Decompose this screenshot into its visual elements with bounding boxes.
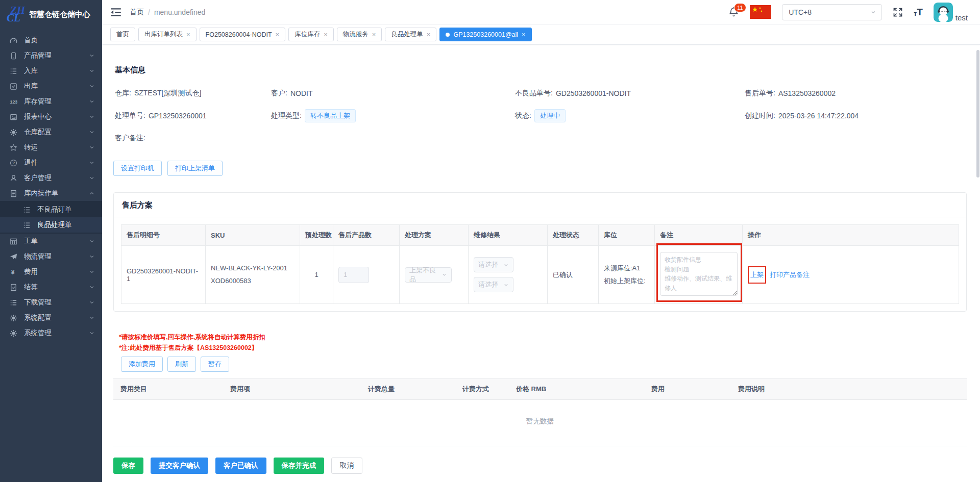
print-product-remark-link[interactable]: 打印产品备注 — [770, 270, 810, 280]
sidebar-item-good-product-orders[interactable]: 良品处理单 — [0, 217, 102, 233]
sidebar-item-download-mgmt[interactable]: 下载管理 — [0, 295, 102, 310]
customer-confirmed-button[interactable]: 客户已确认 — [215, 458, 266, 474]
app-layout: ZHCL 智慧仓链仓储中心 首页 产品管理 入库 出库 — [0, 0, 980, 482]
sidebar-item-report-center[interactable]: 报表中心 — [0, 109, 102, 124]
sidebar-item-inbound[interactable]: 入库 — [0, 63, 102, 79]
fee-empty-state: 暂无数据 — [113, 400, 967, 446]
refresh-button[interactable]: 刷新 — [167, 357, 196, 372]
cancel-button[interactable]: 取消 — [331, 458, 362, 474]
field-value: GP132503260001 — [149, 112, 207, 120]
sidebar-item-label: 库存管理 — [24, 97, 82, 106]
field-defect-no: 不良品单号: GD2503260001-NODIT — [515, 87, 745, 99]
save-and-complete-button[interactable]: 保存并完成 — [274, 458, 325, 474]
hold-button[interactable]: 暂存 — [201, 357, 229, 372]
chevron-down-icon — [89, 330, 95, 336]
sidebar-item-system-config[interactable]: 系统配置 — [0, 310, 102, 325]
sidebar-item-defective-orders[interactable]: 不良品订单 — [0, 202, 102, 217]
close-icon[interactable]: × — [186, 31, 190, 38]
chevron-down-icon — [89, 83, 95, 89]
question-circle-icon — [10, 159, 17, 167]
chevron-down-icon — [89, 315, 95, 321]
tab-label: 良品处理单 — [391, 30, 423, 39]
sidebar-item-warehouse-operations[interactable]: 库内操作单 — [0, 186, 102, 201]
breadcrumb-home[interactable]: 首页 — [130, 8, 144, 17]
tab-label: GP132503260001@all — [453, 31, 518, 38]
field-value: 2025-03-26 14:47:22.004 — [778, 112, 859, 120]
fee-col-price: 价格 RMB — [516, 385, 651, 394]
language-flag-china[interactable]: ★ ★ ★ — [750, 5, 771, 19]
plan-select-disabled[interactable]: 上架不良品 — [405, 267, 452, 283]
chevron-down-icon — [89, 129, 95, 135]
col-detail-no: 售后明细号 — [121, 225, 206, 246]
font-size-toggle[interactable]: т T — [914, 7, 923, 17]
fee-col-fee: 费用 — [651, 385, 738, 394]
fee-col-item: 费用项 — [230, 385, 368, 394]
chevron-down-icon — [89, 284, 95, 290]
sidebar-item-inventory-mgmt[interactable]: 库存管理 — [0, 94, 102, 109]
tab-fo2508260004[interactable]: FO2508260004-NODIT × — [200, 28, 286, 41]
repair-result-select-1[interactable]: 请选择 — [474, 257, 513, 272]
add-fee-button[interactable]: 添加费用 — [121, 357, 163, 372]
tab-logistics-service[interactable]: 物流服务 × — [337, 28, 382, 41]
tab-good-product-orders[interactable]: 良品处理单 × — [385, 28, 436, 41]
sidebar-item-settlement[interactable]: 结算 — [0, 280, 102, 295]
col-sku: SKU — [206, 225, 300, 246]
print-putaway-list-button[interactable]: 打印上架清单 — [167, 161, 223, 176]
location-source: 来源库位:A1 — [604, 262, 649, 275]
field-status: 状态: 处理中 — [515, 109, 745, 122]
sidebar-item-label: 转运 — [24, 143, 82, 152]
process-type-tag: 转不良品上架 — [305, 109, 356, 122]
sidebar-item-label: 工单 — [24, 237, 82, 246]
close-icon[interactable]: × — [427, 31, 431, 38]
notifications-button[interactable]: 11 — [728, 7, 739, 18]
sidebar-item-transfer[interactable]: 转运 — [0, 140, 102, 155]
chevron-down-icon — [870, 9, 876, 15]
sidebar-item-work-order[interactable]: 工单 — [0, 234, 102, 249]
sidebar-item-home[interactable]: 首页 — [0, 33, 102, 48]
product-qty-input[interactable] — [338, 267, 369, 283]
star-icon: ★ — [760, 9, 763, 13]
sidebar-fold-icon[interactable] — [110, 7, 121, 17]
timezone-select[interactable]: UTC+8 — [782, 4, 882, 20]
sidebar-item-system-mgmt[interactable]: 系统管理 — [0, 325, 102, 341]
close-icon[interactable]: × — [276, 31, 280, 38]
putaway-link[interactable]: 上架 — [750, 271, 764, 278]
product-icon — [10, 52, 17, 60]
user-menu[interactable]: test — [934, 3, 968, 22]
set-printer-button[interactable]: 设置打印机 — [113, 161, 162, 176]
aftersales-plan-body: 售后明细号 SKU 预处理数 售后产品数 处理方案 维修结果 处理状态 库位 备… — [114, 217, 966, 311]
app-title: 智慧仓链仓储中心 — [29, 10, 90, 19]
font-size-large-glyph: T — [917, 7, 923, 17]
sidebar-item-label: 报表中心 — [24, 112, 82, 121]
save-button[interactable]: 保存 — [113, 458, 143, 474]
chevron-down-icon — [89, 98, 95, 105]
active-tab-dot-icon — [446, 33, 450, 37]
close-icon[interactable]: × — [372, 31, 376, 38]
repair-result-select-2[interactable]: 请选择 — [474, 277, 513, 292]
close-icon[interactable]: × — [522, 31, 526, 38]
sidebar-item-fees[interactable]: 费用 — [0, 264, 102, 280]
sidebar-item-returns[interactable]: 退件 — [0, 155, 102, 170]
field-process-type: 处理类型: 转不良品上架 — [271, 109, 515, 122]
cell-location: 来源库位:A1 初始上架库位: — [599, 246, 655, 304]
sidebar-item-outbound[interactable]: 出库 — [0, 79, 102, 94]
submit-customer-confirm-button[interactable]: 提交客户确认 — [151, 458, 208, 474]
sidebar-item-logistics-mgmt[interactable]: 物流管理 — [0, 249, 102, 264]
sidebar-item-product-mgmt[interactable]: 产品管理 — [0, 48, 102, 63]
tab-location-inventory[interactable]: 库位库存 × — [288, 28, 334, 41]
chevron-down-icon — [89, 299, 95, 306]
close-icon[interactable]: × — [324, 31, 328, 38]
fee-col-method: 计费方式 — [462, 385, 516, 394]
tab-home[interactable]: 首页 — [110, 28, 135, 41]
sidebar-item-customer-mgmt[interactable]: 客户管理 — [0, 170, 102, 186]
fullscreen-icon[interactable] — [893, 7, 903, 17]
document-check-icon — [10, 284, 17, 291]
tab-gp132503260001-active[interactable]: GP132503260001@all × — [439, 28, 531, 41]
tab-outbound-order-list[interactable]: 出库订单列表 × — [138, 28, 197, 41]
tab-label: 首页 — [116, 30, 129, 39]
avatar — [934, 3, 953, 22]
sidebar-item-warehouse-config[interactable]: 仓库配置 — [0, 124, 102, 140]
remark-textarea[interactable] — [660, 252, 738, 296]
main-area: 首页 / menu.undefined 11 ★ ★ ★ UTC+8 — [102, 0, 980, 482]
scrollbar[interactable] — [976, 50, 979, 177]
